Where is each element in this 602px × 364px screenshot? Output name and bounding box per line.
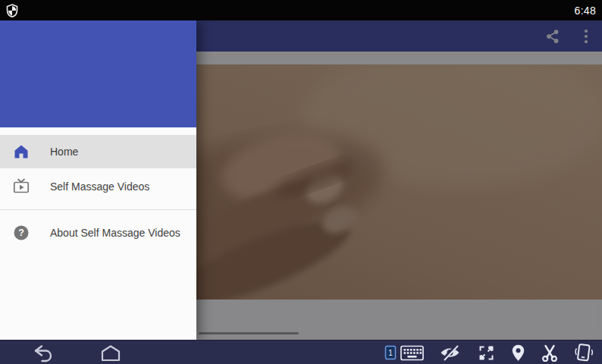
input-key-icon[interactable]: 1 <box>384 345 397 360</box>
svg-text:1: 1 <box>388 349 393 357</box>
help-icon: ? <box>12 224 30 242</box>
fullscreen-icon[interactable] <box>478 344 495 362</box>
navigation-drawer: Home Self Massage Videos ? About Self Ma… <box>0 20 196 340</box>
drawer-item-about[interactable]: ? About Self Massage Videos <box>0 216 196 249</box>
home-button-icon[interactable] <box>99 344 123 362</box>
live-tv-icon <box>12 177 30 196</box>
status-bar: 6:48 <box>0 0 602 20</box>
keyboard-icon[interactable] <box>400 345 424 361</box>
clock: 6:48 <box>575 5 596 17</box>
nav-bar: 1 <box>0 340 602 364</box>
drawer-item-self-massage-videos[interactable]: Self Massage Videos <box>0 168 196 205</box>
drawer-item-label: Home <box>50 146 78 158</box>
drawer-item-home[interactable]: Home <box>0 135 196 168</box>
hide-eye-icon[interactable] <box>439 344 461 361</box>
drawer-item-label: Self Massage Videos <box>50 180 149 193</box>
home-icon <box>12 143 30 161</box>
device-rotate-icon[interactable] <box>575 344 593 362</box>
emulator-screen: 6:48 <box>0 0 602 364</box>
drawer-item-label: About Self Massage Videos <box>50 227 180 239</box>
location-icon[interactable] <box>512 344 525 362</box>
drawer-divider <box>0 209 196 210</box>
screenshot-scissors-icon[interactable] <box>540 344 560 362</box>
emulator-tools: 1 <box>384 340 593 364</box>
drawer-header <box>0 20 196 127</box>
svg-text:?: ? <box>18 228 24 238</box>
security-shield-icon <box>6 4 18 17</box>
back-button-icon[interactable] <box>32 344 55 362</box>
